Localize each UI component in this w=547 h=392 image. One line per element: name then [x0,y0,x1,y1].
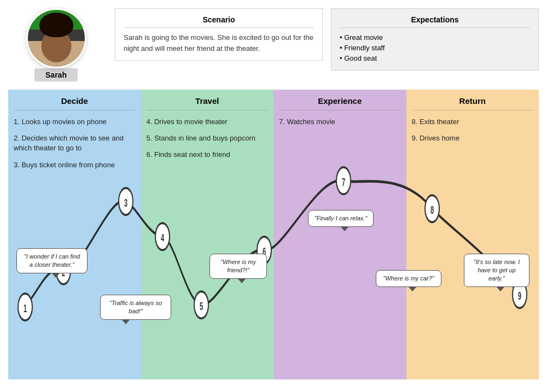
speech-bubble-6: "It's so late now. I have to get up earl… [464,254,529,291]
persona-name: Sarah [34,68,78,81]
bubble3-text: "Where is my friend?!" [220,259,256,273]
column-travel-header: Travel [147,96,269,110]
bubble6-text: "It's so late now. I have to get up earl… [474,259,520,282]
speech-bubble-5: "Where is my car?" [376,270,441,291]
bubble5-text: "Where is my car?" [383,275,434,282]
step-1: 1. Looks up movies on phone [14,117,136,127]
bubble1-text: "I wonder if I can find a closer theater… [24,253,80,268]
expectation-item-3: Good seat [340,53,530,63]
step-2: 2. Decides which movie to see and which … [14,133,136,153]
column-decide: Decide 1. Looks up movies on phone 2. De… [8,90,141,379]
persona-area: Sarah [8,8,104,81]
step-7: 7. Watches movie [279,117,401,127]
main-container: Sarah Scenario Sarah is going to the mov… [0,0,547,388]
expectation-item-1: Great movie [340,32,530,43]
expectations-title: Expectations [340,15,530,28]
scenario-text: Sarah is going to the movies. She is exc… [124,32,314,54]
speech-bubble-1: "I wonder if I can find a closer theater… [16,248,88,278]
column-experience-header: Experience [279,96,401,110]
journey-map: Decide 1. Looks up movies on phone 2. De… [8,90,539,379]
expectations-box: Expectations Great movie Friendly staff … [331,8,539,71]
step-6: 6. Finds seat next to friend [147,150,269,160]
step-8: 8. Exits theater [412,117,534,127]
step-3: 3. Buys ticket online from phone [14,160,136,170]
column-return: Return 8. Exits theater 9. Drives home [406,90,539,379]
bubble2-text: "Traffic is always so bad!" [109,300,162,314]
scenario-box: Scenario Sarah is going to the movies. S… [115,8,323,61]
step-4: 4. Drives to movie theater [147,117,269,127]
column-decide-header: Decide [14,96,136,110]
scenario-title: Scenario [124,15,314,28]
avatar [26,8,86,68]
column-travel: Travel 4. Drives to movie theater 5. Sta… [141,90,274,379]
speech-bubble-3: "Where is my friend?!" [210,254,267,283]
step-5: 5. Stands in line and buys popcorn [147,133,269,143]
step-9: 9. Drives home [412,133,534,143]
expectation-item-2: Friendly staff [340,43,530,53]
column-experience: Experience 7. Watches movie [274,90,406,379]
bubble4-text: "Finally I can relax." [315,215,367,221]
column-return-header: Return [412,96,534,110]
speech-bubble-2: "Traffic is always so bad!" [100,295,171,324]
header-section: Sarah Scenario Sarah is going to the mov… [8,8,539,81]
speech-bubble-4: "Finally I can relax." [308,210,374,231]
expectations-list: Great movie Friendly staff Good seat [340,32,530,63]
